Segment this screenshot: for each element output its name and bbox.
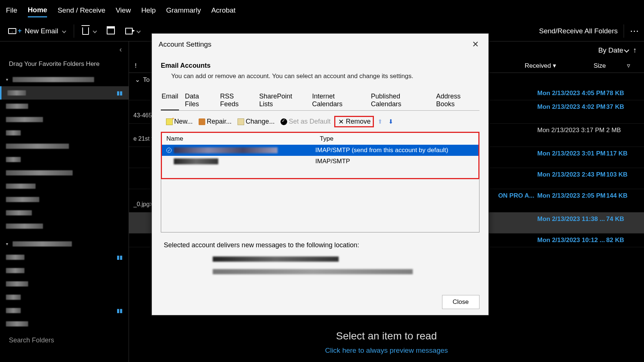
filter-icon[interactable]: ▿ [627,62,638,70]
collapse-sidebar-icon[interactable]: ‹ [119,45,122,54]
expand-icon[interactable]: ▾ [6,77,8,82]
chevron-down-icon[interactable] [93,29,97,33]
redacted-text [13,241,72,247]
account-header[interactable]: ▾ [0,73,129,86]
redacted-text [6,224,43,229]
account-row[interactable]: ✓ IMAP/SMTP (send from this account by d… [162,145,478,156]
move-button[interactable] [122,26,144,37]
redacted-text [6,184,36,189]
separator [624,24,624,38]
tab-published-calendars[interactable]: Published Calendars [370,90,430,110]
unread-badge: ▮▮ [117,254,123,260]
folder-item[interactable] [0,317,129,331]
change-icon [238,118,244,125]
new-account-button[interactable]: New... [164,116,195,127]
redacted-text [6,210,32,215]
repair-icon [199,118,205,125]
folder-item[interactable] [0,291,129,304]
redacted-text [6,268,24,273]
redacted-text [7,90,26,95]
change-button[interactable]: Change... [235,116,277,127]
unread-badge: ▮▮ [117,90,123,96]
column-size[interactable]: Size [594,62,627,70]
new-email-label: New Email [25,27,59,35]
tab-data-files[interactable]: Data Files [184,90,214,110]
chevron-down-icon: ⌄ [135,76,140,84]
repair-button[interactable]: Repair... [196,116,234,127]
tab-rss-feeds[interactable]: RSS Feeds [219,90,253,110]
default-check-icon: ✓ [166,148,172,153]
move-down-button[interactable]: ⬇ [386,117,395,127]
folder-item[interactable] [0,113,129,126]
folder-item[interactable] [0,206,129,219]
folder-item[interactable] [0,126,129,140]
redacted-text [6,144,69,149]
menu-acrobat[interactable]: Acrobat [211,4,235,17]
folder-item[interactable] [0,100,129,113]
folder-item[interactable] [0,277,129,291]
menu-help[interactable]: Help [141,4,156,17]
menu-view[interactable]: View [116,4,131,17]
folder-item[interactable] [0,219,129,233]
redacted-text [6,130,21,135]
down-arrow-icon: ⬇ [388,118,393,125]
redacted-text [213,257,339,262]
move-up-button: ⬆ [375,117,385,127]
redacted-text [6,197,39,202]
dialog-tabs: Email Data Files RSS Feeds SharePoint Li… [161,87,479,111]
redacted-text [6,255,24,260]
new-email-button[interactable]: + New Email [4,25,69,37]
archive-icon [107,28,115,34]
close-button[interactable]: Close [442,295,479,309]
plus-icon: + [18,27,22,35]
column-name[interactable]: Name [166,135,320,143]
redacted-text [6,281,28,286]
menu-grammarly[interactable]: Grammarly [166,4,201,17]
tab-email[interactable]: Email [161,90,179,110]
chevron-down-icon[interactable] [137,29,141,33]
account-row[interactable]: IMAP/SMTP [162,156,478,167]
folder-item[interactable] [0,264,129,277]
favorites-dropzone[interactable]: Drag Your Favorite Folders Here [0,57,129,71]
account-toolbar: New... Repair... Change... Set as Defaul… [161,111,479,133]
remove-button[interactable]: ✕Remove [334,116,374,127]
folder-item[interactable] [0,166,129,180]
separator [74,24,74,38]
chevron-down-icon [624,47,629,52]
folder-item[interactable] [0,180,129,193]
column-received[interactable]: Received ▾ [525,62,594,70]
folder-list: ▾ ▮▮ ▾ ▮▮ ▮▮ [0,71,129,333]
folder-item[interactable] [0,140,129,153]
folder-item[interactable]: ▮▮ [0,86,129,100]
chevron-down-icon[interactable] [62,29,66,33]
more-icon[interactable]: ⋯ [630,26,640,36]
expand-icon[interactable]: ▾ [6,241,8,247]
new-icon [166,118,173,125]
folder-item[interactable] [0,153,129,166]
account-settings-dialog: Account Settings ✕ Email Accounts You ca… [152,33,489,315]
send-receive-label[interactable]: Send/Receive All Folders [539,27,618,35]
folder-item[interactable] [0,193,129,206]
archive-button[interactable] [103,26,119,37]
delete-button[interactable] [79,25,100,37]
folder-item[interactable]: ▮▮ [0,304,129,317]
search-folders[interactable]: Search Folders [0,333,129,348]
sort-direction-icon[interactable]: ↑ [633,46,637,54]
redacted-text [6,321,28,326]
deliver-location-label: Selected account delivers new messages t… [164,241,477,249]
tab-sharepoint-lists[interactable]: SharePoint Lists [259,90,306,110]
account-header[interactable]: ▾ [0,237,129,251]
always-preview-link[interactable]: Click here to always preview messages [136,346,637,355]
account-list-header: Name Type [162,133,478,145]
column-type[interactable]: Type [320,135,333,143]
dialog-heading: Email Accounts [161,62,479,70]
folder-item[interactable]: ▮▮ [0,251,129,264]
close-icon[interactable]: ✕ [469,38,482,51]
menu-home[interactable]: Home [28,4,47,17]
tab-address-books[interactable]: Address Books [435,90,479,110]
sort-by-date[interactable]: By Date [598,46,628,54]
tab-internet-calendars[interactable]: Internet Calendars [311,90,365,110]
menu-file[interactable]: File [6,4,17,17]
menu-send-receive[interactable]: Send / Receive [57,4,105,17]
reading-pane: Select an item to read Click here to alw… [129,323,644,362]
